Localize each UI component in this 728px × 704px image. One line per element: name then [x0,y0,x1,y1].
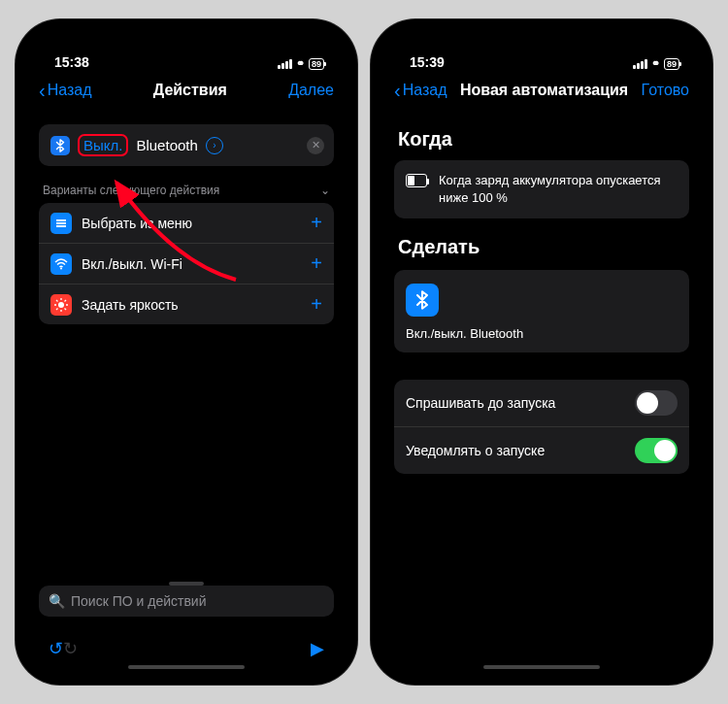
notify-label: Уведомлять о запуске [406,443,545,458]
add-icon[interactable]: + [311,293,322,316]
svg-rect-2 [56,225,66,227]
action-name: Bluetooth [136,137,197,153]
svg-point-4 [58,302,64,308]
search-icon: 🔍 [49,593,65,609]
notify-toggle[interactable] [635,438,678,463]
search-field[interactable]: 🔍 Поиск ПО и действий [39,586,334,617]
next-button[interactable]: Далее [288,82,334,99]
action-bluetooth-row[interactable]: Выкл. Bluetooth › ✕ [39,124,334,166]
phone-left: 15:38 ⚭ 89 ‹Назад Действия Далее Выкл. B… [16,19,357,685]
ask-toggle[interactable] [635,390,678,416]
signal-icon [633,59,647,69]
nav-bar: ‹Назад Действия Далее [27,70,346,111]
collapse-chevron-icon[interactable]: ⌄ [320,184,330,197]
suggestion-menu[interactable]: Выбрать из меню + [39,203,334,243]
add-icon[interactable]: + [311,212,322,234]
battery-icon: 89 [664,58,679,70]
status-time: 15:39 [410,54,445,70]
page-title: Новая автоматизация [447,82,642,99]
do-heading: Сделать [394,236,689,258]
condition-row[interactable]: Когда заряд аккумулятора опускается ниже… [394,160,689,218]
back-button[interactable]: ‹Назад [39,81,92,100]
search-placeholder: Поиск ПО и действий [71,593,207,609]
chevron-left-icon: ‹ [39,81,46,100]
toggle-value-pill[interactable]: Выкл. [78,134,128,156]
ask-label: Спрашивать до запуска [406,395,555,411]
screen: 15:39 ⚭ 89 ‹Назад Новая автоматизация Го… [382,31,701,673]
action-card[interactable]: Вкл./выкл. Bluetooth [394,270,689,352]
suggestion-label: Вкл./выкл. Wi-Fi [82,256,301,272]
svg-rect-1 [56,222,66,224]
undo-button[interactable]: ↺ [49,638,63,659]
suggestion-label: Выбрать из меню [82,216,301,231]
add-icon[interactable]: + [311,252,322,275]
options-list: Спрашивать до запуска Уведомлять о запус… [394,380,689,474]
notch [469,31,614,56]
screen: 15:38 ⚭ 89 ‹Назад Действия Далее Выкл. B… [27,31,346,673]
page-title: Действия [92,82,289,99]
suggestions-list: Выбрать из меню + Вкл./выкл. Wi-Fi + Зад… [39,203,334,324]
clear-button[interactable]: ✕ [307,137,324,154]
link-icon: ⚭ [296,57,305,70]
status-time: 15:38 [54,54,89,70]
home-indicator[interactable] [483,665,600,669]
svg-line-11 [56,308,58,310]
svg-line-9 [56,300,58,302]
status-right: ⚭ 89 [633,57,679,70]
back-button[interactable]: ‹Назад [394,81,447,100]
status-right: ⚭ 89 [278,57,324,70]
toolbar: ↺ ↻ ▶ [27,638,346,659]
suggestions-header-label: Варианты следующего действия [43,184,219,197]
menu-icon [50,213,72,234]
suggestions-header: Варианты следующего действия ⌄ [39,184,334,197]
home-indicator[interactable] [128,665,245,669]
action-label: Вкл./выкл. Bluetooth [406,326,678,341]
svg-line-12 [65,300,67,302]
detail-chevron-icon[interactable]: › [206,137,223,154]
ask-before-run-row: Спрашивать до запуска [394,380,689,426]
condition-text: Когда заряд аккумулятора опускается ниже… [439,172,678,207]
battery-icon: 89 [309,58,324,70]
nav-bar: ‹Назад Новая автоматизация Готово [382,70,701,111]
back-label: Назад [48,82,92,99]
redo-button[interactable]: ↻ [63,638,78,659]
notch [114,31,259,56]
bluetooth-icon [406,284,439,317]
svg-point-3 [60,267,62,269]
done-button[interactable]: Готово [642,82,689,99]
wifi-icon [50,253,72,275]
svg-rect-0 [56,219,66,221]
phone-right: 15:39 ⚭ 89 ‹Назад Новая автоматизация Го… [371,19,712,685]
signal-icon [278,59,292,69]
back-label: Назад [403,82,447,99]
suggestion-label: Задать яркость [82,297,301,313]
chevron-left-icon: ‹ [394,81,401,100]
notify-on-run-row: Уведомлять о запуске [394,426,689,474]
battery-low-icon [406,174,427,187]
suggestion-wifi[interactable]: Вкл./выкл. Wi-Fi + [39,243,334,284]
run-button[interactable]: ▶ [311,638,324,659]
bluetooth-icon [50,136,70,155]
brightness-icon [50,294,72,316]
when-heading: Когда [394,128,689,151]
svg-line-10 [65,308,67,310]
suggestion-brightness[interactable]: Задать яркость + [39,284,334,324]
link-icon: ⚭ [651,57,660,70]
